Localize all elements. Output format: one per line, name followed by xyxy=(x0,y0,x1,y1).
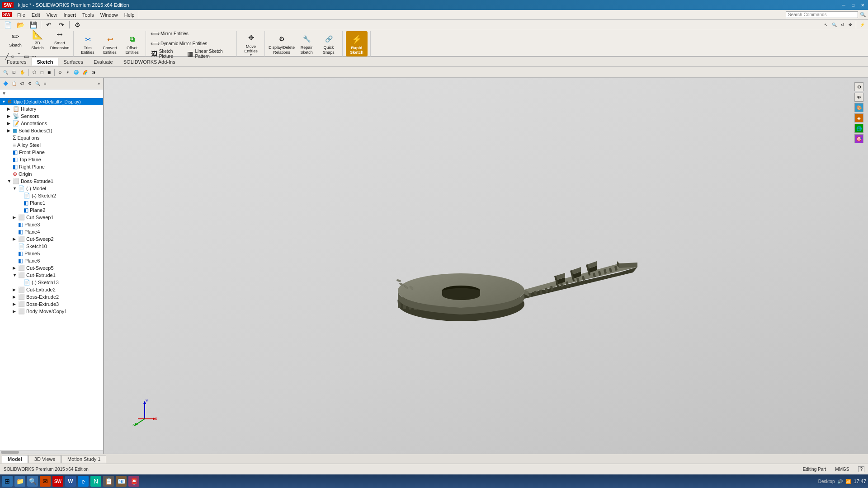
tree-item-sketch2[interactable]: 📄 (-) Sketch2 xyxy=(0,192,103,199)
zoom-area-button[interactable]: ⊡ xyxy=(11,70,17,75)
tree-item-sketch10[interactable]: 📄 Sketch10 xyxy=(0,243,103,250)
solid-bodies-expand[interactable]: ▶ xyxy=(7,128,13,133)
trim-entities-button[interactable]: ✂ TrimEntities xyxy=(77,32,99,56)
annotations-expand[interactable]: ▶ xyxy=(7,121,13,126)
menu-edit[interactable]: Edit xyxy=(29,11,43,19)
tree-item-solid-bodies[interactable]: ▶ ◼ Solid Bodies(1) xyxy=(0,127,103,134)
root-expand[interactable]: ▼ xyxy=(2,99,7,104)
tree-item-cut-extrude2[interactable]: ▶ ⬜ Cut-Extrude2 xyxy=(0,286,103,293)
tree-item-boss-extrude1[interactable]: ▼ ⬜ Boss-Extrude1 xyxy=(0,178,103,185)
tree-item-history[interactable]: ▶ 📋 History xyxy=(0,105,103,113)
taskbar-volume[interactable]: 🔊 xyxy=(837,479,843,484)
linear-pattern-button[interactable]: ▦ Linear Sketch Pattern xyxy=(185,48,234,59)
views-panel-btn[interactable]: 👁 xyxy=(854,93,863,102)
offset-entities-button[interactable]: ⧉ OffsetEntities xyxy=(121,32,143,56)
body-move-copy1-expand[interactable]: ▶ xyxy=(13,309,18,314)
tree-item-plane2[interactable]: ◧ Plane2 xyxy=(0,206,103,214)
menu-file[interactable]: File xyxy=(14,11,28,19)
tree-item-cut-extrude1[interactable]: ▼ ⬜ Cut-Extrude1 xyxy=(0,272,103,279)
tree-item-origin[interactable]: ⊕ Origin xyxy=(0,170,103,178)
help-button[interactable]: ? xyxy=(858,466,864,472)
view-lights-button[interactable]: ☀ xyxy=(65,70,71,75)
rotate-button[interactable]: ↺ xyxy=(840,22,846,28)
tree-item-root[interactable]: ▼ ⚙ kljuc (Default<<Default>_Display) xyxy=(0,98,103,105)
wireframe-button[interactable]: ◻ xyxy=(39,70,45,75)
smart-dim-button[interactable]: ↔ SmartDimension xyxy=(49,27,71,52)
pan-button[interactable]: ✥ xyxy=(847,22,854,28)
cut-sweep1-expand[interactable]: ▶ xyxy=(13,215,18,220)
tree-scrollbar-thumb[interactable] xyxy=(1,451,19,454)
tree-item-alloy-steel[interactable]: ≡ Alloy Steel xyxy=(0,141,103,149)
start-button[interactable]: ⊞ xyxy=(2,476,13,487)
close-button[interactable]: ✕ xyxy=(859,3,866,8)
convert-entities-button[interactable]: ↩ Convert Entities xyxy=(99,32,121,56)
quick-snaps-button[interactable]: 🔗 QuickSnaps xyxy=(318,32,340,56)
tree-icon-btn-1[interactable]: 🔷 xyxy=(2,81,9,86)
rebuild-button[interactable]: ⚡ xyxy=(859,22,866,28)
tree-item-model[interactable]: ▼ 📄 (-) Model xyxy=(0,185,103,192)
tree-item-annotations[interactable]: ▶ 📝 Annotations xyxy=(0,120,103,127)
tab-addins[interactable]: SOLIDWORKS Add-Ins xyxy=(118,58,180,66)
tree-icon-btn-2[interactable]: 📋 xyxy=(10,81,18,86)
cut-extrude1-expand[interactable]: ▼ xyxy=(13,273,18,277)
tree-item-sketch13[interactable]: 📄 (-) Sketch13 xyxy=(0,279,103,286)
zoom-fit-button[interactable]: 🔍 xyxy=(2,70,9,75)
tree-item-plane6[interactable]: ◧ Plane6 xyxy=(0,257,103,264)
model-expand[interactable]: ▼ xyxy=(13,186,18,191)
tree-item-plane4[interactable]: ◧ Plane4 xyxy=(0,228,103,235)
mirror-entities-button[interactable]: ⟺ Mirror Entities xyxy=(149,28,231,38)
tree-item-boss-extrude3[interactable]: ▶ ⬜ Boss-Extrude3 xyxy=(0,300,103,308)
scene-bg-button[interactable]: 🌐 xyxy=(72,70,80,75)
repair-sketch-button[interactable]: 🔧 RepairSketch xyxy=(296,32,317,56)
tree-scrollbar[interactable] xyxy=(0,450,103,454)
display-delete-button[interactable]: ⚙ Display/DeleteRelations xyxy=(268,32,295,56)
menu-help[interactable]: Help xyxy=(122,11,137,19)
move-entities-button[interactable]: ✥ Move Entities ▼ xyxy=(240,31,262,57)
shaded-button[interactable]: ◼ xyxy=(46,70,52,75)
taskbar-notes[interactable]: N xyxy=(90,476,101,487)
dynamic-mirror-button[interactable]: ⟺ Dynamic Mirror Entities xyxy=(149,38,231,48)
taskbar-extra1[interactable]: 📋 xyxy=(103,476,114,487)
tab-sketch[interactable]: Sketch xyxy=(32,58,58,66)
scene-panel-btn[interactable]: 🌐 xyxy=(854,124,863,133)
search-icon[interactable]: 🔍 xyxy=(860,12,866,18)
boss-extrude3-expand[interactable]: ▶ xyxy=(13,302,18,306)
boss-extrude1-expand[interactable]: ▼ xyxy=(7,179,13,183)
tree-item-plane3[interactable]: ◧ Plane3 xyxy=(0,221,103,228)
search-commands[interactable] xyxy=(786,11,858,18)
options-button[interactable]: ⚙ xyxy=(71,20,83,30)
taskbar-network[interactable]: 📶 xyxy=(845,479,851,484)
history-expand[interactable]: ▶ xyxy=(7,107,13,111)
taskbar-sw[interactable]: SW xyxy=(52,476,63,487)
bottom-tab-3d-views[interactable]: 3D Views xyxy=(28,455,61,463)
settings-panel-btn[interactable]: ⚙ xyxy=(854,82,863,91)
taskbar-extra2[interactable]: 📧 xyxy=(116,476,127,487)
tree-item-equations[interactable]: Σ Equations xyxy=(0,134,103,141)
tree-item-top-plane[interactable]: ◧ Top Plane xyxy=(0,156,103,163)
cut-extrude2-expand[interactable]: ▶ xyxy=(13,287,18,292)
cut-sweep2-expand[interactable]: ▶ xyxy=(13,237,18,241)
sensors-expand[interactable]: ▶ xyxy=(7,114,13,118)
tab-features[interactable]: Features xyxy=(2,58,31,66)
tree-icon-btn-3[interactable]: 🏷 xyxy=(19,81,26,86)
shadows-button[interactable]: ◑ xyxy=(90,70,97,75)
taskbar-explorer[interactable]: 📁 xyxy=(14,476,25,487)
pan-view-button[interactable]: ✋ xyxy=(19,70,26,75)
zoom-button[interactable]: 🔍 xyxy=(830,22,838,28)
tree-item-sensors[interactable]: ▶ 📡 Sensors xyxy=(0,113,103,120)
sketch-button[interactable]: ✏ Sketch xyxy=(5,29,26,49)
color-panel-btn[interactable]: 🎨 xyxy=(854,103,863,112)
taskbar-edge[interactable]: e xyxy=(78,476,89,487)
view-orient-button[interactable]: ⬡ xyxy=(31,70,38,75)
tree-icon-btn-4[interactable]: ⚙ xyxy=(27,81,33,86)
taskbar-word[interactable]: W xyxy=(65,476,76,487)
3d-sketch-button[interactable]: 📐 3DSketch xyxy=(27,27,48,52)
tree-item-boss-extrude2[interactable]: ▶ ⬜ Boss-Extrude2 xyxy=(0,293,103,300)
appearance-panel-btn[interactable]: ◈ xyxy=(854,113,863,122)
tree-item-cut-sweep2[interactable]: ▶ ⬜ Cut-Sweep2 xyxy=(0,235,103,243)
taskbar-search[interactable]: 🔍 xyxy=(27,476,38,487)
tree-item-right-plane[interactable]: ◧ Right Plane xyxy=(0,163,103,170)
tree-item-cut-sweep1[interactable]: ▶ ⬜ Cut-Sweep1 xyxy=(0,214,103,221)
tree-item-plane1[interactable]: ◧ Plane1 xyxy=(0,199,103,206)
section-view-button[interactable]: ⊘ xyxy=(57,70,63,75)
